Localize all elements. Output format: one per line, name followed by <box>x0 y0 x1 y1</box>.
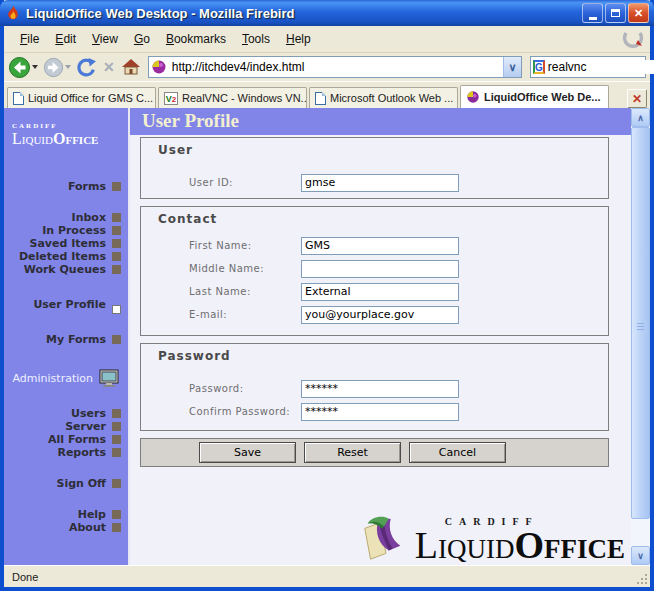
bullet-icon <box>112 265 121 274</box>
save-button[interactable]: Save <box>199 442 296 463</box>
sidebar-item-in-process[interactable]: In Process <box>4 224 128 237</box>
title-bar[interactable]: LiquidOffice Web Desktop - Mozilla Fireb… <box>0 0 654 26</box>
user-id-field[interactable] <box>301 174 459 192</box>
reset-button[interactable]: Reset <box>304 442 401 463</box>
bullet-icon <box>112 523 121 532</box>
sidebar-item-help[interactable]: Help <box>4 508 128 521</box>
back-button[interactable] <box>8 56 40 79</box>
sidebar-item-forms[interactable]: Forms <box>4 180 128 193</box>
firebird-flame-icon <box>5 5 22 22</box>
main-panel: User Profile User User ID: Contact First… <box>130 108 631 565</box>
form-row: Middle Name: <box>189 259 608 278</box>
search-input[interactable] <box>545 60 654 74</box>
page-content: CARDIFF LIQUIDOFFICE Forms Inbox In Proc… <box>4 108 650 565</box>
bullet-icon <box>112 422 121 431</box>
maximize-button[interactable] <box>605 3 626 23</box>
sidebar-item-administration[interactable]: Administration <box>4 372 128 385</box>
section-legend: Password <box>141 349 608 363</box>
sidebar-item-about[interactable]: About <box>4 521 128 534</box>
close-button[interactable]: ✕ <box>628 3 649 23</box>
menu-tools[interactable]: Tools <box>234 29 278 49</box>
forward-dropdown-icon[interactable] <box>65 65 71 69</box>
password-field[interactable] <box>301 380 459 398</box>
cancel-button[interactable]: Cancel <box>409 442 506 463</box>
back-dropdown-icon[interactable] <box>32 65 38 69</box>
bullet-icon <box>112 510 121 519</box>
bullet-icon <box>112 252 121 261</box>
stop-button[interactable]: ✕ <box>100 59 118 75</box>
user-id-label: User ID: <box>189 177 301 188</box>
tab-label: RealVNC - Windows VN... <box>182 92 307 104</box>
forward-button[interactable] <box>43 57 73 78</box>
scroll-down-button[interactable]: ∨ <box>631 546 650 565</box>
bullet-icon <box>112 409 121 418</box>
home-button[interactable] <box>121 58 141 76</box>
sidebar-item-reports[interactable]: Reports <box>4 446 128 459</box>
url-dropdown-button[interactable]: ∨ <box>503 57 521 77</box>
vertical-scrollbar[interactable]: ∧ ∨ <box>631 108 650 565</box>
google-icon: G <box>533 60 545 74</box>
firebird-throbber-icon <box>620 27 646 51</box>
close-tab-button[interactable]: ✕ <box>627 89 647 108</box>
status-bar: Done <box>4 565 650 587</box>
scrollbar-thumb[interactable] <box>631 127 650 519</box>
liquidoffice-footer-logo: CARDIFF LIQUIDOFFICE <box>355 513 625 563</box>
email-field[interactable] <box>301 306 459 324</box>
tab-liquid-office-gms[interactable]: Liquid Office for GMS C... <box>7 87 156 108</box>
minimize-button[interactable] <box>582 3 603 23</box>
bullet-icon <box>112 335 121 344</box>
sidebar-item-deleted-items[interactable]: Deleted Items <box>4 250 128 263</box>
confirm-password-label: Confirm Password: <box>189 406 301 417</box>
page-favicon <box>151 59 167 75</box>
reload-button[interactable] <box>76 57 97 78</box>
chevron-down-icon: ∨ <box>508 61 516 74</box>
confirm-password-field[interactable] <box>301 403 459 421</box>
tab-realvnc[interactable]: V2 RealVNC - Windows VN... <box>158 87 307 108</box>
user-section: User User ID: <box>140 137 609 199</box>
sidebar-item-my-forms[interactable]: My Forms <box>4 333 128 346</box>
menu-edit[interactable]: Edit <box>47 29 84 49</box>
last-name-label: Last Name: <box>189 286 301 297</box>
liquidoffice-scroll-icon <box>355 513 413 563</box>
minimize-icon <box>589 17 597 20</box>
first-name-field[interactable] <box>301 237 459 255</box>
sidebar-item-user-profile[interactable]: User Profile <box>4 298 128 311</box>
url-input[interactable] <box>169 60 503 74</box>
url-bar[interactable]: ∨ <box>148 56 522 78</box>
contact-section: Contact First Name: Middle Name: Last Na… <box>140 206 609 336</box>
sidebar-item-sign-off[interactable]: Sign Off <box>4 477 128 490</box>
resize-grip[interactable] <box>637 573 648 584</box>
menu-bookmarks[interactable]: Bookmarks <box>158 29 234 49</box>
sidebar-item-all-forms[interactable]: All Forms <box>4 433 128 446</box>
menu-file[interactable]: File <box>12 29 47 49</box>
scrollbar-track[interactable] <box>631 519 650 546</box>
sidebar-item-saved-items[interactable]: Saved Items <box>4 237 128 250</box>
password-label: Password: <box>189 383 301 394</box>
home-icon <box>121 58 141 76</box>
bullet-icon <box>112 226 121 235</box>
last-name-field[interactable] <box>301 283 459 301</box>
menu-bar: File Edit View Go Bookmarks Tools Help <box>4 26 650 53</box>
form-row: User ID: <box>189 173 608 192</box>
sidebar-item-server[interactable]: Server <box>4 420 128 433</box>
middle-name-field[interactable] <box>301 260 459 278</box>
password-section: Password Password: Confirm Password: <box>140 343 609 431</box>
search-box[interactable]: G <box>530 56 646 78</box>
section-legend: Contact <box>141 212 608 226</box>
navigation-toolbar: ✕ ∨ G <box>4 53 650 82</box>
scroll-up-button[interactable]: ∧ <box>631 108 650 127</box>
email-label: E-mail: <box>189 309 301 320</box>
menu-go[interactable]: Go <box>126 29 158 49</box>
bullet-icon <box>112 239 121 248</box>
window-title: LiquidOffice Web Desktop - Mozilla Fireb… <box>26 6 582 21</box>
menu-help[interactable]: Help <box>278 29 319 49</box>
status-text: Done <box>12 571 38 583</box>
sidebar-item-inbox[interactable]: Inbox <box>4 211 128 224</box>
bullet-icon <box>112 213 121 222</box>
sidebar-item-work-queues[interactable]: Work Queues <box>4 263 128 276</box>
tab-outlook-web[interactable]: Microsoft Outlook Web ... <box>309 87 458 108</box>
tab-liquidoffice-web-desktop[interactable]: LiquidOffice Web De... <box>460 85 609 108</box>
sidebar-item-users[interactable]: Users <box>4 407 128 420</box>
cardiff-wordmark: CARDIFF <box>12 122 128 130</box>
menu-view[interactable]: View <box>84 29 126 49</box>
